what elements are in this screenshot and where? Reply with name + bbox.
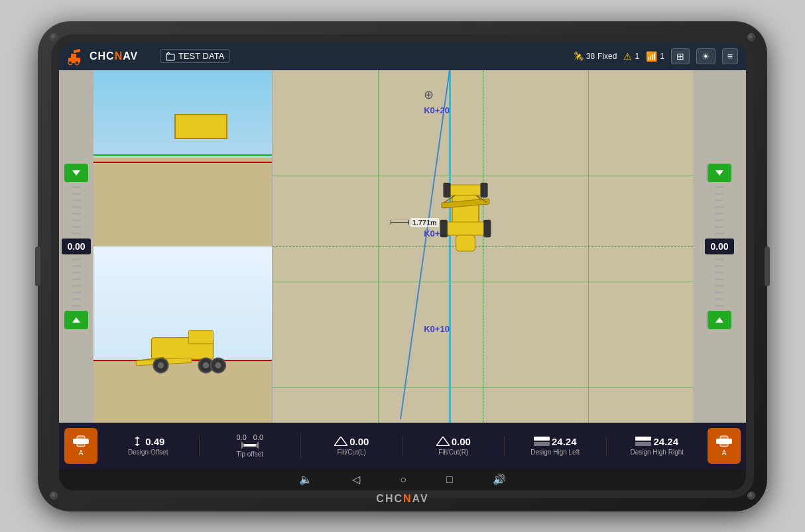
right-value-display: 0.00 — [705, 239, 734, 254]
blade-icon-left — [72, 435, 90, 448]
bottom-bar: A 0.49 Design Offset — [59, 423, 746, 469]
bottom-brand: CHCNAV — [376, 493, 428, 505]
left-slider-area: 0.00 — [62, 164, 91, 329]
svg-rect-46 — [635, 442, 651, 446]
logo-text: CHCNAV — [90, 50, 138, 62]
design-high-right-group: 24.24 Design High Right — [607, 436, 708, 456]
signal-status: 📶 1 — [646, 51, 664, 62]
cursor-icon: ⊕ — [424, 87, 434, 102]
fill-cut-r-icon-row: 0.00 — [436, 436, 471, 447]
right-slider-area: 0.00 — [696, 164, 743, 329]
topbar: CHCNAV TEST DATA 🛰 38 Fixed ⚠ — [59, 42, 746, 70]
svg-rect-23 — [440, 219, 448, 237]
fill-cut-l-value: 0.00 — [349, 436, 369, 447]
gps-status: 🛰 38 Fixed — [574, 51, 617, 62]
bumper-right — [765, 246, 770, 286]
svg-point-16 — [216, 362, 221, 368]
design-high-left-label: Design High Left — [530, 449, 580, 456]
tip-val2: 0.0 — [253, 433, 263, 441]
grade-line — [93, 162, 272, 163]
gps-count: 38 — [586, 52, 595, 61]
svg-point-12 — [158, 362, 164, 368]
left-btn-label: A — [79, 449, 84, 456]
left-arrow-down[interactable] — [64, 164, 88, 182]
right-mode-btn[interactable]: A — [708, 428, 741, 464]
design-high-right-icon-row: 24.24 — [635, 436, 678, 447]
svg-rect-32 — [77, 436, 85, 447]
svg-marker-35 — [135, 444, 140, 446]
tip-offset-subvals: 0.0 0.0 — [236, 433, 263, 441]
fill-cut-l-label: Fill/Cut(L) — [338, 449, 366, 456]
tablet-device: CHCNAV TEST DATA 🛰 38 Fixed ⚠ — [38, 21, 767, 511]
design-line — [93, 154, 272, 156]
fill-cut-l-group: 0.00 Fill/Cut(L) — [301, 436, 403, 456]
menu-btn[interactable]: ≡ — [722, 48, 738, 64]
design-high-l-icon — [534, 437, 550, 446]
gps-icon: 🛰 — [574, 51, 584, 62]
svg-marker-6 — [72, 170, 80, 176]
tip-offset-icon — [241, 441, 259, 449]
svg-marker-7 — [72, 317, 80, 323]
home-btn[interactable]: ○ — [400, 474, 406, 486]
svg-rect-2 — [74, 48, 81, 52]
grader-top-svg — [432, 158, 499, 264]
left-slider-ticks — [69, 185, 84, 236]
left-arrow-up[interactable] — [64, 311, 88, 329]
right-arrow-down[interactable] — [708, 164, 731, 182]
back-btn[interactable]: ◁ — [352, 473, 360, 486]
svg-marker-38 — [255, 441, 259, 449]
design-high-right-value: 24.24 — [653, 436, 678, 447]
signal-bars: 1 — [660, 52, 664, 61]
fill-cut-l-icon-row: 0.00 — [334, 436, 369, 447]
svg-rect-9 — [189, 331, 214, 344]
volume-up-btn[interactable]: 🔊 — [493, 473, 506, 486]
design-offset-icon-row: 0.49 — [131, 435, 164, 447]
warning-icon: ⚠ — [623, 51, 632, 62]
left-sidebar: 0.00 — [59, 70, 93, 423]
svg-marker-39 — [334, 437, 347, 446]
right-sidebar: 0.00 — [693, 70, 746, 423]
main-content: 0.00 — [59, 70, 746, 423]
grader-side-svg — [102, 325, 263, 387]
screw-tr — [747, 33, 755, 41]
tip-offset-icon-row — [241, 441, 259, 449]
ground-front — [93, 158, 272, 246]
project-name: TEST DATA — [160, 49, 230, 63]
svg-rect-21 — [443, 182, 450, 197]
design-high-left-icon-row: 24.24 — [534, 436, 577, 447]
svg-point-3 — [68, 61, 72, 65]
tablet-inner: CHCNAV TEST DATA 🛰 38 Fixed ⚠ — [51, 34, 754, 498]
left-mode-btn[interactable]: A — [64, 428, 97, 464]
svg-marker-34 — [135, 437, 140, 439]
design-offset-label: Design Offset — [128, 449, 168, 456]
design-offset-group: 0.49 Design Offset — [97, 435, 200, 456]
screw-bl — [50, 492, 58, 500]
svg-marker-29 — [715, 170, 723, 176]
svg-marker-37 — [241, 441, 245, 449]
svg-rect-24 — [483, 219, 491, 237]
right-arrow-up[interactable] — [708, 311, 731, 329]
design-high-right-label: Design High Right — [630, 449, 684, 456]
design-offset-value: 0.49 — [145, 436, 164, 447]
views-area: K0+20 K0+13 K0+10 1.771 — [93, 70, 693, 423]
brightness-btn[interactable]: ☀ — [696, 48, 715, 64]
layout-btn[interactable]: ⊞ — [671, 48, 690, 64]
design-high-left-group: 24.24 Design High Left — [505, 436, 607, 456]
fill-cut-r-label: Fill/Cut(R) — [438, 449, 468, 456]
logo-area: CHCNAV — [67, 47, 147, 66]
bumper-left — [35, 246, 40, 286]
right-slider-ticks — [712, 185, 727, 236]
gps-fixed: Fixed — [597, 52, 617, 61]
load-box — [174, 114, 227, 139]
folder-icon — [166, 52, 175, 61]
fill-cut-r-value: 0.00 — [452, 436, 471, 447]
svg-rect-44 — [534, 442, 550, 446]
svg-marker-30 — [715, 317, 723, 323]
blade-icon-right — [715, 435, 733, 448]
recent-btn[interactable]: □ — [446, 474, 453, 486]
signal-icon: 📶 — [646, 51, 657, 62]
svg-rect-19 — [447, 185, 484, 195]
volume-down-btn[interactable]: 🔈 — [299, 473, 312, 486]
svg-point-4 — [75, 61, 79, 65]
android-nav: 🔈 ◁ ○ □ 🔊 — [59, 469, 746, 490]
